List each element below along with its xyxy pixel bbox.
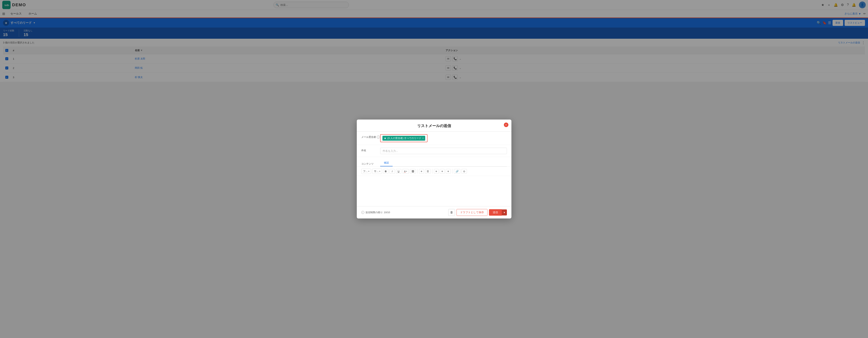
- send-btn-group: 送信 ▾: [489, 209, 507, 216]
- content-row: コンテンツ 確認: [357, 157, 512, 167]
- unordered-list-button[interactable]: ☰: [425, 169, 431, 174]
- draft-button[interactable]: ドラフトとして保存: [457, 209, 488, 216]
- footer-actions: 🗑 ドラフトとして保存 送信 ▾: [448, 209, 507, 216]
- bold-button[interactable]: B: [383, 169, 389, 174]
- modal-close-button[interactable]: ×: [504, 122, 508, 127]
- subject-input[interactable]: [380, 148, 507, 154]
- send-limit-text: 送信制限の残り: 10/10: [366, 211, 390, 214]
- recipient-info-icon: i: [377, 136, 380, 139]
- recipient-tag-text: (3 人の受信者) すべてのリード: [388, 137, 421, 140]
- align-right-button[interactable]: ≡: [446, 169, 451, 174]
- subject-field: [380, 148, 507, 154]
- footer-info: i 送信制限の残り: 10/10: [361, 211, 390, 214]
- tab-confirm[interactable]: 確認: [380, 160, 393, 166]
- tag-close-icon[interactable]: ×: [423, 137, 424, 140]
- subject-label: 件名: [361, 148, 380, 152]
- recipient-row: メール受信者 i ★ (3 人の受信者) すべてのリード ×: [357, 132, 512, 145]
- send-dropdown-button[interactable]: ▾: [502, 209, 507, 216]
- image-button[interactable]: 🖼: [410, 169, 416, 174]
- recipient-tag: ★ (3 人の受信者) すべてのリード ×: [382, 136, 425, 141]
- modal-title: リストメールの送信: [417, 124, 451, 128]
- modal-footer: i 送信制限の残り: 10/10 🗑 ドラフトとして保存 送信 ▾: [357, 206, 512, 219]
- italic-button[interactable]: I: [390, 169, 395, 174]
- recipient-field: ★ (3 人の受信者) すべてのリード ×: [380, 134, 507, 142]
- align-center-button[interactable]: ≡: [440, 169, 445, 174]
- modal-overlay: リストメールの送信 × メール受信者 i ★: [0, 0, 868, 338]
- content-header: コンテンツ 確認: [361, 160, 507, 167]
- content-tabs: 確認: [380, 160, 507, 167]
- recipient-tag-wrap: ★ (3 人の受信者) すべてのリード ×: [380, 134, 428, 142]
- underline-button[interactable]: U: [396, 169, 401, 174]
- ordered-list-button[interactable]: ≡: [419, 169, 424, 174]
- modal-body: メール受信者 i ★ (3 人の受信者) すべてのリード ×: [357, 132, 512, 206]
- modal-header: リストメールの送信 ×: [357, 119, 512, 132]
- separator3: [452, 169, 453, 173]
- font-family-button[interactable]: フ… ▾: [361, 169, 371, 174]
- modal: リストメールの送信 × メール受信者 i ★: [357, 119, 512, 219]
- editor-area[interactable]: [357, 176, 512, 206]
- link-button[interactable]: 🔗: [454, 169, 460, 174]
- tag-star-icon: ★: [384, 137, 386, 140]
- footer-info-icon: i: [361, 211, 364, 214]
- send-button[interactable]: 送信: [489, 209, 502, 216]
- content-label: コンテンツ: [361, 161, 380, 166]
- recipient-label: メール受信者 i: [361, 134, 380, 139]
- subject-row: 件名: [357, 145, 512, 157]
- template-button[interactable]: ⊙: [461, 169, 467, 174]
- font-size-button[interactable]: サ… ▾: [372, 169, 382, 174]
- align-left-button[interactable]: ≡: [434, 169, 439, 174]
- delete-button[interactable]: 🗑: [448, 209, 455, 216]
- separator1: [417, 169, 417, 173]
- editor-toolbar: フ… ▾ サ… ▾ B I U A ▾ 🖼: [357, 167, 512, 176]
- font-color-button[interactable]: A ▾: [402, 169, 409, 174]
